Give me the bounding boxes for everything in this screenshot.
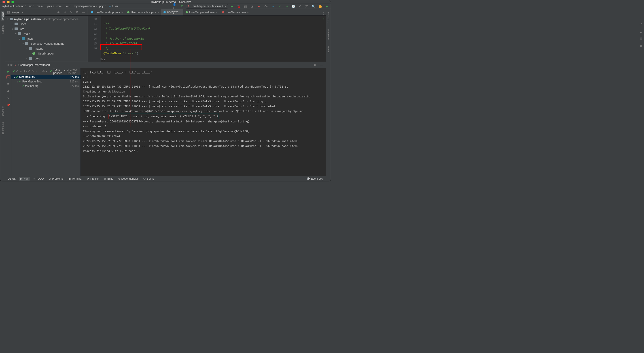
tree-item[interactable]: v main (5, 31, 88, 36)
sidebar-tab-database[interactable]: Database (327, 28, 330, 40)
editor-breadcrumb[interactable]: User (98, 57, 109, 62)
inspection-ok-icon[interactable]: ✔ (323, 17, 324, 20)
editor-tab[interactable]: UserServiceTest.java× (125, 9, 161, 15)
hide-run-icon[interactable]: — (319, 62, 324, 67)
tool-git[interactable]: ⎇ Git (6, 177, 17, 181)
codewithme-icon[interactable]: ▶ (324, 4, 330, 9)
breadcrumb-item[interactable]: mybatisplusdemo (74, 5, 94, 8)
tree-item[interactable]: v java (5, 36, 88, 41)
show-ignored-icon[interactable]: ⊘ (16, 69, 18, 74)
sidebar-tab-maven[interactable]: Maven (327, 45, 330, 54)
test-method-row[interactable]: ✔ testInsert() 327 ms (12, 84, 80, 88)
project-tree[interactable]: v mybatis-plus-demo ~/Desktop/developmen… (5, 16, 88, 62)
pin-tab-icon[interactable]: 📌 (6, 102, 11, 107)
git-push-icon[interactable]: ↗ (284, 4, 289, 9)
add-button[interactable]: 👤▾ (173, 4, 178, 9)
tool-todo[interactable]: ≡ TODO (32, 177, 45, 181)
test-settings-icon[interactable]: ⊙ (42, 69, 45, 74)
editor-tab[interactable]: UserServiceImpl.java× (89, 9, 125, 15)
run-header-target: UserMapperTest.testInsert (18, 63, 50, 67)
collapse-icon[interactable]: ⤡ (31, 69, 34, 74)
breadcrumb-item[interactable]: User (112, 5, 118, 8)
tree-item[interactable]: > .idea (5, 21, 88, 26)
sidebar-tab-structure[interactable]: Structure (1, 105, 4, 117)
code-editor[interactable]: 10 11 12 13 14 15 16 /** * TableName指定数据… (88, 16, 326, 62)
expand-all-icon[interactable]: ⇲ (62, 10, 67, 15)
editor-tab[interactable]: UserService.java× (220, 9, 251, 15)
close-window-button[interactable] (2, 1, 5, 3)
tree-item[interactable]: 🅘 UserMapper (5, 51, 88, 56)
tool-run[interactable]: ▶ Run (19, 177, 30, 181)
stop-tests-icon[interactable]: ■ (6, 81, 11, 86)
sidebar-tab-project[interactable]: Project (1, 11, 4, 20)
sidebar-tab-bookmarks[interactable]: Bookmarks (1, 121, 4, 135)
editor-tab[interactable]: UserMapperTest.java× (183, 9, 220, 15)
debug-button[interactable]: 🐞 (236, 4, 241, 9)
breadcrumb-item[interactable]: main (37, 5, 42, 8)
profile-button[interactable]: ◔ (250, 4, 255, 9)
editor-tab[interactable]: User.java× (161, 9, 183, 15)
chevron-down-icon[interactable]: ▾ (22, 10, 23, 14)
coverage-button[interactable]: ◱ (243, 4, 248, 9)
tool-eventlog[interactable]: 💬 Event Log (305, 177, 324, 181)
tool-build[interactable]: ⚒ Build (102, 177, 115, 181)
maximize-window-button[interactable] (12, 1, 14, 3)
prev-failed-icon[interactable]: ↑ (35, 69, 38, 74)
minimize-window-button[interactable] (7, 1, 10, 3)
sidebar-tab-commit[interactable]: Commit (1, 24, 4, 35)
git-commit-icon[interactable]: ✓ (278, 4, 282, 9)
hide-panel-icon[interactable]: — (81, 10, 86, 15)
sort-alpha-icon[interactable]: ↧ₐ (23, 69, 27, 74)
breadcrumb-item[interactable]: src (28, 5, 32, 8)
breadcrumb-item[interactable]: com (56, 5, 62, 8)
tree-item[interactable]: v src (5, 26, 88, 31)
git-rollback-icon[interactable]: ↶ (298, 4, 302, 9)
test-tree[interactable]: v✔ Test Results 327 ms v✔ UserMapperTest… (12, 74, 80, 88)
run-settings-icon[interactable]: ⚙ (312, 62, 317, 67)
project-panel-header: ▤ Project ▾ ⊕ ⇲ ⇱ ⚙ — (5, 9, 88, 16)
tree-item[interactable]: v pojo (5, 56, 88, 61)
tool-spring[interactable]: ✿ Spring (142, 177, 156, 181)
select-opened-file-icon[interactable]: ⊕ (56, 10, 61, 15)
run-config-label: UserMapperTest.testInsert (192, 5, 223, 8)
toggle-auto-test-icon[interactable]: ↻ (6, 75, 10, 79)
expand-icon[interactable]: ⤢ (28, 69, 30, 74)
rerun-button[interactable]: ▶ (7, 69, 10, 73)
tree-item[interactable]: v mapper (5, 46, 88, 51)
editor-more-icon[interactable]: ⋮ (321, 10, 326, 15)
search-icon[interactable]: 🔍 (311, 4, 316, 9)
gear-icon[interactable]: ⚙ (75, 10, 80, 15)
ide-window: mybatis-plus-demo – User.java mybatis-pl… (0, 0, 331, 181)
test-results-root[interactable]: v✔ Test Results 327 ms (12, 75, 80, 79)
console-output[interactable]: |_| |\_/|_(_| |_| |_\__, | |_|_\__,_|___… (81, 68, 326, 176)
test-class-row[interactable]: v✔ UserMapperTest 327 ms (12, 79, 80, 84)
git-update-icon[interactable]: ↙ (271, 4, 276, 9)
import-tests-icon[interactable]: ⇲ (6, 95, 11, 100)
breadcrumb-item[interactable]: mybatis-plus-demo (2, 5, 24, 8)
show-passed-icon[interactable]: ✔ (12, 69, 15, 74)
breadcrumb-item[interactable]: java (47, 5, 52, 8)
collapse-all-icon[interactable]: ⇱ (68, 10, 73, 15)
run-button[interactable]: ▶ (230, 4, 234, 9)
tool-problems[interactable]: ⊘ Problems (48, 177, 65, 181)
next-failed-icon[interactable]: ↓ (39, 69, 41, 74)
sort-icon[interactable]: ↧ (20, 69, 22, 74)
git-history-icon[interactable]: 🕘 (291, 4, 296, 9)
translate-icon[interactable]: 文 (304, 4, 309, 9)
tree-item[interactable]: v com.xiu.mybatisplusdemo (5, 41, 88, 46)
breadcrumb-item[interactable]: pojo (99, 5, 104, 8)
tool-terminal[interactable]: ▣ Terminal (67, 177, 84, 181)
test-history-icon[interactable]: ⧗ (6, 88, 11, 93)
ide-actions-icon[interactable]: ⬤ (318, 4, 323, 9)
stop-button[interactable]: ■ (256, 4, 262, 9)
tree-root[interactable]: v mybatis-plus-demo ~/Desktop/developmen… (5, 16, 88, 21)
build-hammer-icon[interactable]: ⚒ (179, 4, 184, 9)
code-content[interactable]: /** * TableName指定数据库中的表名 * * @author zha… (101, 16, 151, 62)
tool-dependencies[interactable]: ⧉ Dependencies (117, 177, 140, 181)
sidebar-tab-plantuml[interactable]: PlantUML (327, 11, 330, 24)
tool-profiler[interactable]: ◔ Profiler (86, 177, 100, 181)
run-tool-window: Run: ↻ UserMapperTest.testInsert ⚙ — ▶ ↻… (5, 62, 326, 176)
breadcrumb[interactable]: mybatis-plus-demo〉 src〉 main〉 java〉 com〉… (2, 4, 118, 8)
run-config-dropdown[interactable]: ↻UserMapperTest.testInsert▾ (186, 4, 228, 8)
breadcrumb-item[interactable]: xiu (66, 5, 69, 8)
